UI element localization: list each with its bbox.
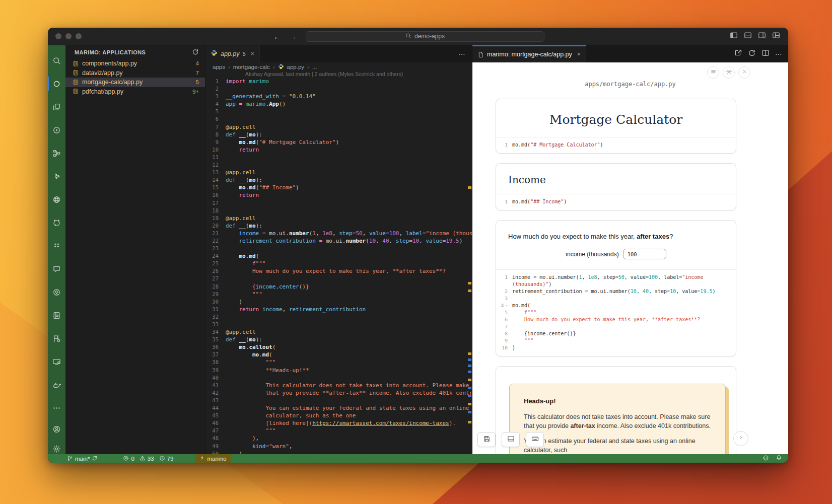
overview-ruler[interactable]	[467, 78, 471, 454]
code-line: 9 mo.md("# Mortgage Calculator")	[205, 138, 472, 146]
code-line: 37 mo.md(	[205, 351, 472, 358]
problem-count-badge: 5	[196, 79, 205, 85]
status-bar: main* 0 33 79 marimo	[48, 454, 788, 463]
editor-more-actions-icon[interactable]: ⋯	[458, 45, 472, 62]
open-in-browser-icon[interactable]	[734, 49, 742, 59]
toggle-primary-sidebar-icon[interactable]	[730, 31, 738, 41]
close-window-button[interactable]	[55, 33, 61, 39]
activity-debug-flag-icon[interactable]	[48, 327, 65, 350]
title-bar: ← → demo-apps	[48, 28, 788, 45]
marimo-status[interactable]: marimo	[195, 454, 230, 463]
activity-settings-gear-icon[interactable]	[48, 439, 65, 459]
code-line: 40	[205, 374, 472, 382]
code-line: 10)	[497, 344, 734, 351]
navigate-back-icon[interactable]: ←	[273, 32, 281, 41]
problems-status[interactable]: 0 33 79	[123, 455, 176, 462]
breadcrumb-apps[interactable]: apps	[213, 64, 225, 70]
command-center-search[interactable]: demo-apps	[306, 31, 544, 42]
code-line: 8 {income.center()}	[497, 330, 734, 337]
navigate-forward-icon[interactable]: →	[289, 32, 297, 41]
ruler-mark	[468, 186, 471, 189]
zoom-window-button[interactable]	[76, 33, 82, 39]
code-line: 7@app.cell	[205, 123, 472, 131]
code-line: 50 )	[205, 450, 472, 454]
app-settings-button[interactable]	[723, 66, 735, 79]
code-line: 38 """	[205, 358, 472, 366]
cell-code[interactable]: 1mo.md("## Income")	[496, 194, 736, 210]
breadcrumb-symbol[interactable]: ...	[312, 64, 317, 70]
python-icon	[278, 63, 284, 70]
cell-code[interactable]: 1mo.md("# Mortgage Calculator")	[496, 137, 736, 153]
close-tab-icon[interactable]: ×	[577, 51, 581, 58]
sidebar-item-mortgage-calc/app.py[interactable]: mortgage-calc/app.py5	[65, 78, 205, 87]
code-line: 1income = mo.ui.number(1, 1e8, step=50, …	[497, 274, 734, 281]
app-shutdown-button[interactable]	[738, 66, 750, 79]
activity-terraform-icon[interactable]	[48, 165, 65, 188]
save-button[interactable]	[477, 432, 496, 447]
activity-map-pin-icon[interactable]	[48, 280, 65, 304]
activity-marimo-icon[interactable]	[48, 72, 65, 95]
code-line: 49 kind="warn",	[205, 443, 472, 450]
breadcrumb-file[interactable]: app.py	[287, 64, 305, 70]
code-line: 10 return	[205, 146, 472, 154]
breadcrumb-folder[interactable]: mortgage-calc	[233, 64, 270, 70]
python-icon	[211, 49, 218, 58]
code-line: 46 [linked here](https://smartasset.com/…	[205, 419, 472, 427]
activity-comment-icon[interactable]	[48, 257, 65, 280]
ruler-mark	[468, 358, 471, 361]
code-editor[interactable]: 1import marimo23__generated_with = "0.0.…	[205, 78, 472, 454]
activity-github-icon[interactable]	[48, 211, 65, 234]
run-app-button[interactable]	[733, 431, 748, 446]
ruler-mark	[468, 421, 471, 423]
ruler-mark	[468, 379, 471, 381]
toggle-secondary-sidebar-icon[interactable]	[758, 31, 766, 41]
keyboard-shortcuts-button[interactable]	[526, 432, 544, 447]
window-controls[interactable]	[48, 33, 88, 39]
tab-marimo-preview[interactable]: marimo: mortgage-calc/app.py ×	[472, 45, 586, 62]
activity-run-schedule-icon[interactable]	[48, 118, 65, 141]
activity-search-icon[interactable]	[48, 49, 65, 72]
code-line: 33	[205, 321, 472, 328]
activity-notebook-icon[interactable]	[48, 304, 65, 327]
code-line: 28 {income.center()}	[205, 283, 472, 291]
activity-docker-icon[interactable]	[48, 373, 65, 396]
customize-layout-icon[interactable]	[772, 31, 780, 41]
ruler-mark	[468, 411, 471, 413]
panel-button[interactable]	[502, 432, 520, 447]
close-tab-icon[interactable]: ×	[251, 50, 254, 57]
reload-preview-icon[interactable]	[748, 49, 756, 59]
code-line: 6	[205, 115, 472, 123]
app-menu-button[interactable]	[707, 66, 719, 79]
activity-account-icon[interactable]	[48, 419, 65, 439]
branch-status[interactable]: main*	[67, 455, 98, 462]
more-actions-icon[interactable]: ⋯	[775, 50, 782, 58]
income-input[interactable]	[623, 249, 666, 259]
toggle-panel-icon[interactable]	[744, 31, 752, 41]
sidebar-item-pdfchat/app.py[interactable]: pdfchat/app.py9+	[65, 87, 205, 97]
activity-globe-icon[interactable]	[48, 188, 65, 211]
sidebar-item-components/app.py[interactable]: components/app.py4	[65, 59, 205, 68]
code-line: 5	[205, 108, 472, 115]
activity-copy-icon[interactable]	[48, 95, 65, 118]
refresh-icon[interactable]	[192, 48, 199, 56]
split-editor-icon[interactable]	[761, 49, 770, 59]
code-line: 32	[205, 313, 472, 321]
file-label: dataviz/app.py	[82, 69, 123, 77]
code-line: 45 calculator, such as the one	[205, 412, 472, 419]
search-label: demo-apps	[414, 33, 445, 40]
notifications-bell-icon[interactable]	[776, 455, 782, 462]
tab-problems-badge: 5	[243, 51, 246, 57]
activity-screen-icon[interactable]	[48, 350, 65, 373]
activity-hierarchy-icon[interactable]	[48, 141, 65, 165]
ruler-mark	[468, 371, 471, 373]
breadcrumb[interactable]: apps › mortgage-calc › app.py › ...	[205, 62, 472, 71]
activity-more-icon[interactable]	[48, 396, 65, 419]
save-icon	[483, 435, 491, 445]
sidebar-item-dataviz/app.py[interactable]: dataviz/app.py7	[65, 68, 205, 78]
activity-deploy-icon[interactable]	[48, 234, 65, 257]
cell-code[interactable]: 1income = mo.ui.number(1, 1e8, step=50, …	[496, 269, 736, 356]
tab-app-py[interactable]: app.py 5 ×	[205, 45, 260, 62]
minimize-window-button[interactable]	[65, 33, 72, 39]
code-line: 30 )	[205, 298, 472, 306]
feedback-smiley-icon[interactable]	[762, 455, 769, 462]
